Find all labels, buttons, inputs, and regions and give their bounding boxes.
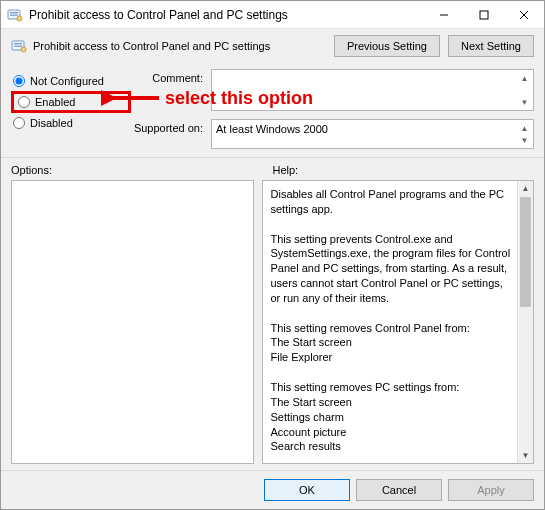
next-setting-button[interactable]: Next Setting [448, 35, 534, 57]
panels-row: Disables all Control Panel programs and … [1, 180, 544, 470]
radio-column: Not Configured Enabled Disabled [11, 69, 131, 149]
bottom-bar: OK Cancel Apply [1, 470, 544, 509]
help-label: Help: [273, 164, 535, 176]
policy-icon [11, 38, 27, 54]
titlebar: Prohibit access to Control Panel and PC … [1, 1, 544, 29]
radio-disabled-label: Disabled [30, 117, 73, 129]
radio-disabled-input[interactable] [13, 117, 25, 129]
radio-disabled[interactable]: Disabled [11, 116, 131, 130]
comment-field[interactable]: ▲ ▼ [211, 69, 534, 111]
scroll-down-icon[interactable]: ▼ [518, 448, 533, 463]
field-column: Comment: ▲ ▼ Supported on: At least Wind… [131, 69, 534, 149]
maximize-button[interactable] [464, 1, 504, 28]
radio-not-configured-label: Not Configured [30, 75, 104, 87]
comment-label: Comment: [131, 69, 211, 84]
previous-setting-button[interactable]: Previous Setting [334, 35, 440, 57]
svg-point-3 [17, 16, 22, 21]
radio-not-configured[interactable]: Not Configured [11, 74, 131, 88]
header-row: Prohibit access to Control Panel and PC … [1, 29, 544, 67]
config-area: Not Configured Enabled Disabled Comment:… [1, 67, 544, 158]
svg-rect-9 [14, 43, 22, 44]
help-text: Disables all Control Panel programs and … [271, 187, 512, 464]
svg-rect-2 [10, 14, 18, 15]
chevron-up-icon[interactable]: ▲ [517, 71, 532, 85]
svg-rect-5 [480, 11, 488, 19]
radio-enabled[interactable]: Enabled [11, 91, 131, 113]
title-controls [424, 1, 544, 28]
svg-rect-10 [14, 46, 22, 47]
radio-enabled-input[interactable] [18, 96, 30, 108]
chevron-down-icon[interactable]: ▼ [517, 95, 532, 109]
supported-label: Supported on: [131, 119, 211, 134]
policy-icon [7, 7, 23, 23]
svg-point-11 [21, 47, 26, 52]
window-root: Prohibit access to Control Panel and PC … [0, 0, 545, 510]
scrollbar[interactable]: ▲ ▼ [517, 181, 533, 463]
radio-not-configured-input[interactable] [13, 75, 25, 87]
ok-button[interactable]: OK [264, 479, 350, 501]
svg-rect-1 [10, 12, 18, 13]
chevron-down-icon[interactable]: ▼ [517, 133, 532, 147]
supported-field: At least Windows 2000 ▲ ▼ [211, 119, 534, 149]
apply-button[interactable]: Apply [448, 479, 534, 501]
minimize-button[interactable] [424, 1, 464, 28]
close-button[interactable] [504, 1, 544, 28]
policy-name: Prohibit access to Control Panel and PC … [33, 40, 334, 52]
scrollbar-thumb[interactable] [520, 197, 531, 307]
options-panel [11, 180, 254, 464]
window-title: Prohibit access to Control Panel and PC … [29, 8, 424, 22]
scroll-up-icon[interactable]: ▲ [518, 181, 533, 196]
supported-value: At least Windows 2000 [216, 123, 328, 135]
help-panel: Disables all Control Panel programs and … [262, 180, 535, 464]
panel-labels: Options: Help: [1, 158, 544, 180]
cancel-button[interactable]: Cancel [356, 479, 442, 501]
radio-enabled-label: Enabled [35, 96, 75, 108]
options-label: Options: [11, 164, 273, 176]
